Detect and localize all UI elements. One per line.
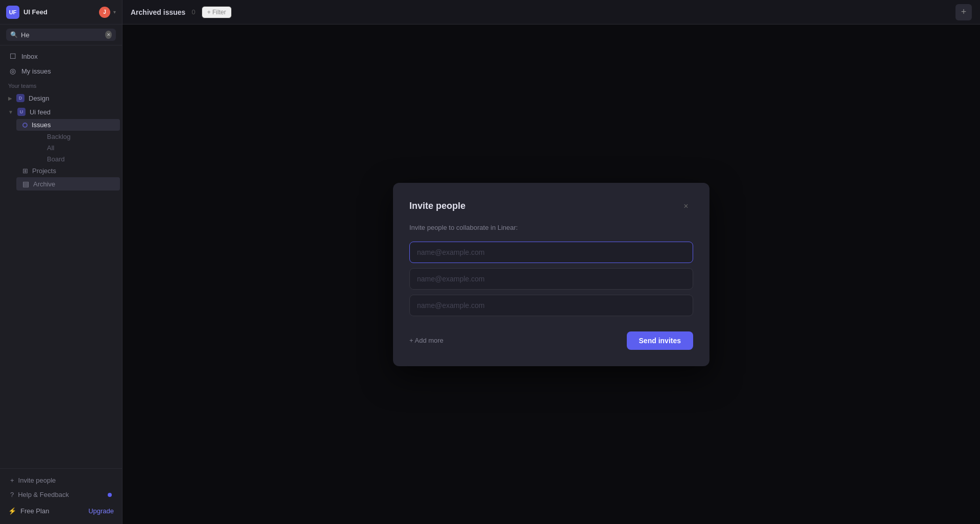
issues-sub-nav: Backlog All Board: [14, 131, 122, 164]
upgrade-button[interactable]: Upgrade: [88, 507, 114, 515]
user-avatar[interactable]: J: [99, 7, 110, 18]
sidebar-item-inbox-label: Inbox: [21, 53, 38, 60]
all-label: All: [47, 144, 54, 152]
invite-people-label: Invite people: [18, 477, 56, 484]
modal-footer: + Add more Send invites: [409, 331, 693, 350]
sidebar-item-inbox[interactable]: ☐ Inbox: [2, 49, 120, 63]
modal-subtitle: Invite people to collaborate in Linear:: [409, 224, 693, 231]
search-input-wrapper: 🔍 ✕: [6, 29, 116, 41]
sidebar-bottom: + Invite people ? Help & Feedback ⚡ Free…: [0, 468, 122, 524]
add-more-button[interactable]: + Add more: [409, 337, 444, 344]
sidebar: UF UI Feed J ▾ 🔍 ✕ ☐ Inbox ◎ My issues Y…: [0, 0, 122, 524]
sidebar-item-backlog[interactable]: Backlog: [41, 131, 120, 142]
design-team-label: Design: [29, 94, 49, 102]
main-body: Invite people × Invite people to collabo…: [122, 25, 980, 524]
header-right: J ▾: [99, 7, 116, 18]
sidebar-item-my-issues[interactable]: ◎ My issues: [2, 64, 120, 78]
email-input-3[interactable]: [409, 295, 693, 316]
filter-label: + Filter: [207, 9, 226, 16]
modal-close-button[interactable]: ×: [679, 199, 693, 213]
workspace-info[interactable]: UF UI Feed: [6, 6, 47, 19]
page-title: Archived issues: [131, 8, 185, 16]
help-notification-dot: [108, 493, 112, 497]
backlog-label: Backlog: [47, 133, 70, 140]
send-invites-button[interactable]: Send invites: [627, 331, 693, 350]
filter-button[interactable]: + Filter: [202, 6, 232, 18]
design-team-icon: D: [16, 94, 24, 102]
free-plan-label: Free Plan: [20, 507, 49, 515]
my-issues-icon: ◎: [8, 66, 17, 76]
sidebar-item-issues-label: Issues: [32, 121, 51, 129]
sidebar-item-issues[interactable]: Issues: [16, 119, 120, 131]
collapse-icon: ▼: [8, 109, 13, 115]
chevron-down-icon: ▾: [113, 9, 116, 15]
sidebar-item-archive[interactable]: ▤ Archive: [16, 177, 120, 190]
invite-icon: +: [10, 477, 14, 484]
ui-feed-team-icon: U: [17, 108, 26, 116]
add-button[interactable]: +: [955, 4, 972, 20]
ui-feed-sub-nav: Issues Backlog All Board ⊞ Projects ▤ Ar: [0, 119, 122, 190]
search-icon: 🔍: [10, 31, 18, 38]
sidebar-item-ui-feed[interactable]: ▼ U Ui feed: [2, 105, 120, 118]
workspace-name: UI Feed: [23, 8, 47, 16]
projects-icon: ⊞: [22, 167, 28, 175]
board-label: Board: [47, 155, 65, 163]
your-teams-label: Your teams: [0, 79, 122, 91]
modal-overlay[interactable]: Invite people × Invite people to collabo…: [122, 25, 980, 524]
plus-icon: +: [961, 7, 967, 17]
search-bar: 🔍 ✕: [0, 25, 122, 45]
sidebar-item-projects[interactable]: ⊞ Projects: [16, 165, 120, 177]
projects-label: Projects: [32, 167, 56, 175]
inbox-icon: ☐: [8, 52, 17, 61]
help-icon: ?: [10, 491, 14, 498]
sidebar-nav: ☐ Inbox ◎ My issues Your teams ▶ D Desig…: [0, 45, 122, 194]
email-input-2[interactable]: [409, 268, 693, 290]
invite-people-modal: Invite people × Invite people to collabo…: [393, 183, 709, 366]
invite-people-button[interactable]: + Invite people: [2, 473, 120, 487]
modal-title: Invite people: [409, 201, 465, 211]
modal-header: Invite people ×: [409, 199, 693, 213]
sidebar-item-design[interactable]: ▶ D Design: [2, 91, 120, 105]
free-plan-info: ⚡ Free Plan: [8, 507, 49, 515]
archive-label: Archive: [33, 180, 55, 188]
workspace-avatar: UF: [6, 6, 19, 19]
expand-icon: ▶: [8, 96, 12, 101]
archive-icon: ▤: [22, 180, 29, 188]
help-feedback-label: Help & Feedback: [18, 491, 69, 498]
email-input-1[interactable]: [409, 242, 693, 263]
issues-dot-icon: [22, 123, 28, 128]
upgrade-bar: ⚡ Free Plan Upgrade: [0, 502, 122, 520]
main-header: Archived issues 0 + Filter +: [122, 0, 980, 25]
help-feedback-button[interactable]: ? Help & Feedback: [2, 488, 120, 502]
clear-search-button[interactable]: ✕: [105, 31, 112, 39]
main-content: Archived issues 0 + Filter + Invite peop…: [122, 0, 980, 524]
sidebar-item-board[interactable]: Board: [41, 154, 120, 164]
sidebar-item-my-issues-label: My issues: [21, 67, 51, 75]
search-input[interactable]: [21, 31, 102, 39]
flash-icon: ⚡: [8, 507, 16, 515]
sidebar-item-all[interactable]: All: [41, 142, 120, 153]
ui-feed-team-label: Ui feed: [30, 108, 51, 116]
issues-count: 0: [191, 8, 195, 16]
sidebar-header: UF UI Feed J ▾: [0, 0, 122, 25]
